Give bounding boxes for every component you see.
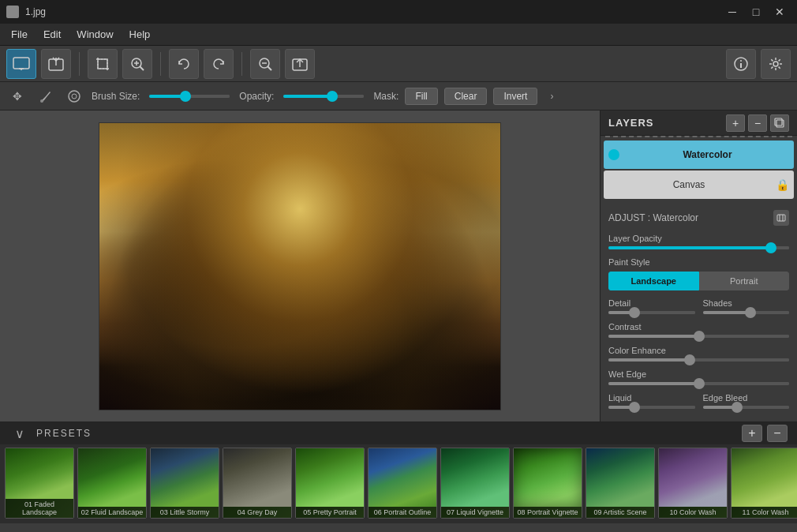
- preset-04[interactable]: 04 Grey Day: [223, 448, 292, 519]
- edge-bleed-slider[interactable]: [703, 406, 790, 409]
- close-button[interactable]: ✕: [769, 4, 791, 20]
- fill-button[interactable]: Fill: [405, 88, 437, 105]
- color-enhance-slider[interactable]: [608, 358, 789, 362]
- duplicate-layer-button[interactable]: [770, 114, 789, 132]
- expand-arrow-button[interactable]: ›: [544, 88, 559, 104]
- adjust-title: ADJUST : Watercolor: [608, 212, 698, 223]
- edge-bleed-row: Edge Bleed: [703, 393, 790, 409]
- adjust-header: ADJUST : Watercolor: [608, 210, 789, 226]
- liquid-row: Liquid: [608, 393, 695, 409]
- svg-point-19: [40, 99, 43, 103]
- svg-rect-0: [13, 58, 29, 69]
- preset-05[interactable]: 05 Pretty Portrait: [295, 448, 365, 519]
- clear-button[interactable]: Clear: [444, 88, 488, 105]
- svg-rect-23: [775, 118, 782, 126]
- layers-controls: + −: [726, 114, 789, 132]
- canvas-image: [99, 122, 501, 410]
- portrait-style-button[interactable]: Portrait: [699, 272, 790, 290]
- title-bar: 1.jpg ─ □ ✕: [0, 0, 797, 24]
- invert-button[interactable]: Invert: [493, 88, 537, 105]
- wet-edge-slider[interactable]: [608, 382, 789, 385]
- crop-tool-button[interactable]: [88, 49, 118, 79]
- add-layer-button[interactable]: +: [726, 114, 745, 132]
- move-brush-button[interactable]: ✥: [6, 85, 28, 107]
- menu-edit[interactable]: Edit: [36, 25, 69, 43]
- window-controls: ─ □ ✕: [721, 4, 791, 20]
- brush-size-slider[interactable]: [146, 95, 233, 98]
- preset-03[interactable]: 03 Little Stormy: [150, 448, 219, 519]
- presets-collapse-button[interactable]: ∨: [9, 425, 30, 442]
- zoom-out-tool-button[interactable]: [250, 49, 280, 79]
- toolbar-separator-1: [79, 52, 80, 76]
- detail-slider[interactable]: [608, 311, 695, 314]
- rotate-left-tool-button[interactable]: [169, 49, 199, 79]
- opacity-slider[interactable]: [280, 95, 367, 98]
- remove-layer-button[interactable]: −: [748, 114, 767, 132]
- layer-watercolor[interactable]: Watercolor: [604, 140, 794, 169]
- preset-02[interactable]: 02 Fluid Landscape: [77, 448, 147, 519]
- liquid-edge-row: Liquid Edge Bleed: [608, 393, 789, 417]
- settings-tool-button[interactable]: [761, 49, 791, 79]
- rotate-right-tool-button[interactable]: [204, 49, 234, 79]
- lock-icon: 🔒: [776, 178, 789, 191]
- preset-11[interactable]: 11 Color Wash: [731, 448, 797, 519]
- menu-window[interactable]: Window: [69, 25, 121, 43]
- svg-rect-24: [777, 215, 785, 221]
- brush-bar: ✥ Brush Size: Opacity: Mask: Fill Clear …: [0, 82, 797, 111]
- layer-canvas[interactable]: Canvas 🔒: [604, 170, 794, 199]
- add-preset-button[interactable]: +: [742, 425, 762, 442]
- preset-01[interactable]: 01 Faded Landscape: [5, 448, 74, 519]
- import-tool-button[interactable]: [41, 49, 71, 79]
- preset-09-label: 09 Artistic Scene: [586, 507, 654, 518]
- layers-title: LAYERS: [608, 117, 654, 129]
- eraser-brush-button[interactable]: [63, 85, 85, 107]
- paint-brush-button[interactable]: [35, 85, 57, 107]
- canvas-area[interactable]: [0, 111, 600, 421]
- menu-help[interactable]: Help: [122, 25, 159, 43]
- layer-watercolor-name: Watercolor: [626, 149, 789, 160]
- menu-file[interactable]: File: [3, 25, 36, 43]
- layer-radio-watercolor: [608, 149, 619, 160]
- preset-10[interactable]: 10 Color Wash: [658, 448, 728, 519]
- landscape-style-button[interactable]: Landscape: [608, 272, 699, 290]
- preset-03-label: 03 Little Stormy: [151, 507, 219, 518]
- wet-edge-row: Wet Edge: [608, 369, 789, 385]
- svg-line-11: [268, 66, 271, 70]
- maximize-button[interactable]: □: [745, 4, 767, 20]
- liquid-slider[interactable]: [608, 406, 695, 409]
- contrast-slider[interactable]: [608, 335, 789, 338]
- canvas-content: [99, 123, 500, 410]
- remove-preset-button[interactable]: −: [767, 425, 788, 442]
- preset-11-label: 11 Color Wash: [732, 507, 797, 518]
- preset-08-label: 08 Portrait Vignette: [514, 507, 582, 518]
- display-tool-button[interactable]: [6, 49, 36, 79]
- contrast-row: Contrast: [608, 322, 789, 338]
- layers-list: Watercolor Canvas 🔒: [601, 137, 797, 204]
- adjust-icon-button[interactable]: [773, 210, 789, 226]
- export-tool-button[interactable]: [285, 49, 315, 79]
- shades-slider[interactable]: [703, 311, 790, 314]
- preset-09[interactable]: 09 Artistic Scene: [586, 448, 655, 519]
- toolbar-separator-2: [160, 52, 161, 76]
- preset-06-label: 06 Portrait Outline: [369, 507, 436, 518]
- preset-05-label: 05 Pretty Portrait: [296, 507, 364, 518]
- paint-style-buttons: Landscape Portrait: [608, 272, 789, 290]
- zoom-in-tool-button[interactable]: [122, 49, 152, 79]
- shades-label: Shades: [703, 298, 732, 308]
- toolbar: [0, 46, 797, 82]
- preset-07[interactable]: 07 Liquid Vignette: [440, 448, 510, 519]
- paint-style-section: Paint Style Landscape Portrait: [608, 257, 789, 290]
- detail-shades-row: Detail Shades: [608, 298, 789, 322]
- info-tool-button[interactable]: [726, 49, 756, 79]
- minimize-button[interactable]: ─: [721, 4, 743, 20]
- adjust-panel: ADJUST : Watercolor Layer Opacity Paint …: [601, 204, 797, 421]
- svg-line-7: [140, 66, 144, 70]
- layer-opacity-slider[interactable]: [608, 246, 789, 249]
- svg-point-17: [740, 60, 742, 62]
- preset-06[interactable]: 06 Portrait Outline: [368, 448, 437, 519]
- svg-point-18: [773, 62, 778, 66]
- opacity-label: Opacity:: [239, 91, 274, 102]
- preset-08[interactable]: 08 Portrait Vignette: [513, 448, 582, 519]
- layer-opacity-row: Layer Opacity: [608, 234, 789, 249]
- svg-rect-22: [776, 120, 784, 127]
